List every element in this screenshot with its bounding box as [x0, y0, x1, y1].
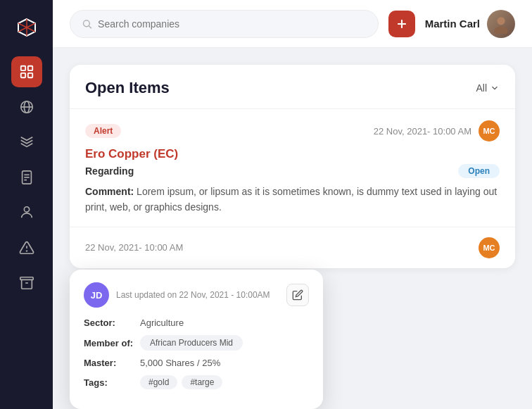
avatar [487, 10, 515, 38]
item-company: Ero Copper (EC) [85, 147, 500, 161]
search-input[interactable] [98, 18, 367, 30]
item-2-date: 22 Nov, 2021- 10:00 AM [85, 242, 183, 253]
chevron-down-icon [490, 83, 500, 93]
item-meta: 22 Nov, 2021- 10:00 AM MC [374, 120, 500, 141]
svg-line-17 [89, 25, 91, 27]
svg-rect-1 [27, 66, 32, 70]
item-comment: Comment: Lorem ipsum, or lipsum as it is… [85, 184, 500, 215]
sidebar-item-dashboard[interactable] [11, 56, 42, 87]
app-logo[interactable] [12, 13, 42, 42]
item-card-2[interactable]: 22 Nov, 2021- 10:00 AM MC [70, 227, 515, 268]
sidebar-item-archive[interactable] [11, 268, 42, 298]
tags-row: Tags: #gold #targe [84, 375, 309, 389]
sector-value: Agriculture [140, 317, 184, 328]
tags-label: Tags: [84, 377, 140, 388]
popup-top: JD Last updated on 22 Nov, 2021 - 10:00A… [84, 282, 309, 308]
search-icon [82, 18, 92, 30]
popup-updated-text: Last updated on 22 Nov, 2021 - 10:00AM [116, 290, 286, 300]
svg-point-11 [24, 207, 29, 212]
item-regarding: Regarding Open [85, 164, 500, 178]
sidebar-item-layers[interactable] [11, 127, 42, 158]
content-area: Open Items All Alert 22 Nov, 2021- 10:00… [53, 48, 532, 409]
header: Martin Carl [53, 0, 532, 48]
member-row: Member of: African Producers Mid [84, 335, 309, 351]
member-chip: African Producers Mid [140, 335, 243, 351]
filter-dropdown[interactable]: All [476, 82, 500, 94]
svg-rect-14 [20, 277, 32, 280]
sidebar [0, 0, 53, 409]
master-label: Master: [84, 358, 140, 368]
popup-avatar: JD [84, 282, 109, 308]
sidebar-item-globe[interactable] [11, 92, 42, 122]
main-area: Martin Carl Open Items All [53, 0, 532, 409]
svg-rect-2 [20, 73, 25, 77]
tag-chip-0: #gold [140, 375, 177, 389]
tag-chip-1: #targe [182, 375, 222, 389]
item-2-avatar: MC [479, 237, 500, 258]
master-value: 5,000 Shares / 25% [140, 358, 220, 368]
user-name: Martin Carl [425, 18, 480, 30]
popup-card: JD Last updated on 22 Nov, 2021 - 10:00A… [70, 270, 323, 409]
svg-point-13 [26, 251, 27, 251]
filter-label: All [476, 82, 487, 94]
svg-point-16 [84, 20, 90, 26]
sidebar-item-alert[interactable] [11, 232, 42, 263]
edit-button[interactable] [286, 284, 309, 306]
item-avatar: MC [479, 120, 500, 141]
user-info[interactable]: Martin Carl [425, 10, 515, 38]
search-bar[interactable] [70, 10, 379, 38]
member-label: Member of: [84, 338, 140, 348]
panel-header: Open Items All [70, 65, 515, 108]
open-badge: Open [458, 164, 500, 178]
panel-title: Open Items [85, 79, 170, 97]
item-card-top: Alert 22 Nov, 2021- 10:00 AM MC [85, 120, 500, 141]
comment-label: Comment: [85, 186, 134, 197]
add-button[interactable] [388, 11, 415, 37]
master-row: Master: 5,000 Shares / 25% [84, 358, 309, 368]
sector-row: Sector: Agriculture [84, 317, 309, 328]
svg-point-21 [494, 26, 508, 34]
item-card-1[interactable]: Alert 22 Nov, 2021- 10:00 AM MC Ero Copp… [70, 108, 515, 227]
svg-point-20 [497, 17, 505, 25]
alert-badge: Alert [85, 124, 121, 138]
sidebar-item-person[interactable] [11, 197, 42, 228]
sidebar-item-document[interactable] [11, 162, 42, 193]
svg-rect-0 [20, 66, 25, 70]
sector-label: Sector: [84, 317, 140, 328]
svg-rect-3 [27, 73, 32, 77]
open-items-panel: Open Items All Alert 22 Nov, 2021- 10:00… [70, 65, 515, 268]
item-date: 22 Nov, 2021- 10:00 AM [374, 126, 471, 137]
